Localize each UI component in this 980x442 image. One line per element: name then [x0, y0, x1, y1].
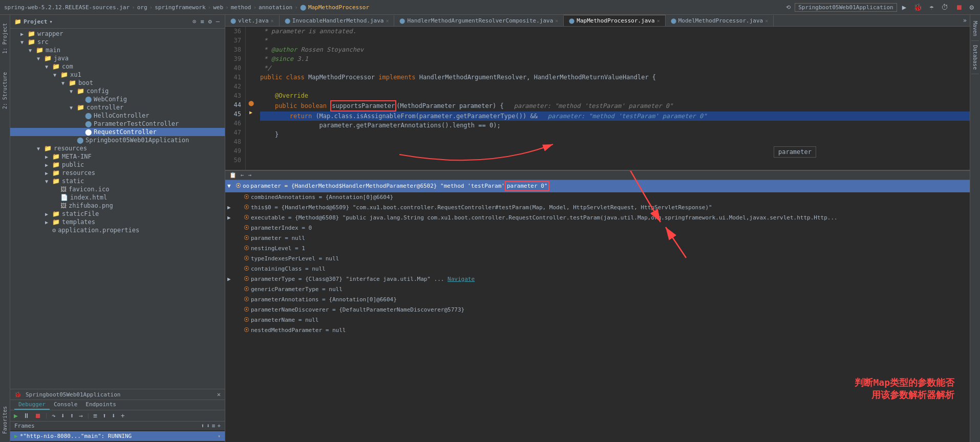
tree-item-appprops[interactable]: ▶ ⚙ application.properties — [10, 226, 225, 234]
maven-tab[interactable]: Maven — [971, 17, 979, 41]
breadcrumb-jar[interactable]: spring-web-5.2.12.RELEASE-sources.jar — [4, 4, 130, 11]
debugger-tab[interactable]: Debugger — [14, 400, 50, 410]
frames-toolbar-btn1[interactable]: ⬆ — [201, 423, 205, 429]
hide-icon[interactable]: — — [215, 17, 221, 26]
stop-btn[interactable]: ⏹ — [33, 411, 43, 420]
database-tab[interactable]: Database — [971, 41, 979, 74]
tab-vlet-close[interactable]: ✕ — [271, 18, 274, 24]
var-row-nestlevel[interactable]: ⦿ nestingLevel = 1 — [225, 244, 970, 254]
var-row-this0[interactable]: ▶ ⦿ this$0 = {HandlerMethod@6509} "com.x… — [225, 203, 970, 213]
tree-item-staticfile[interactable]: ▶ 📁 staticFile — [10, 210, 225, 218]
tree-item-java[interactable]: ▼ 📁 java — [10, 54, 225, 62]
step-over-btn[interactable]: ↷ — [50, 411, 57, 420]
resume-btn[interactable]: ▶ — [12, 411, 19, 420]
tree-item-zhifubao[interactable]: ▶ 🖼 zhifubao.png — [10, 202, 225, 210]
step-into-btn[interactable]: ⬇ — [59, 411, 67, 420]
settings-icon[interactable]: ⚙ — [207, 17, 213, 26]
tree-item-resources[interactable]: ▼ 📁 resources — [10, 144, 225, 152]
tree-item-public[interactable]: ▶ 📁 public — [10, 161, 225, 169]
frames-toolbar-btn2[interactable]: ⬇ — [206, 423, 210, 429]
var-row-parameter[interactable]: ▼ ⦿ oo parameter = {HandlerMethod$Handle… — [225, 180, 970, 192]
stop-button[interactable]: ⏹ — [953, 2, 965, 12]
tree-item-metainf[interactable]: ▶ 📁 META-INF — [10, 152, 225, 161]
breadcrumb-annotation[interactable]: annotation — [259, 4, 292, 11]
tree-item-wrapper[interactable]: ▶ 📁 wrapper — [10, 30, 225, 38]
tree-item-boot[interactable]: ▼ 📁 boot — [10, 79, 225, 87]
frames-toolbar-btn4[interactable]: + — [217, 423, 221, 429]
tree-item-index[interactable]: ▶ 📄 index.html — [10, 193, 225, 202]
tree-item-com[interactable]: ▼ 📁 com — [10, 62, 225, 71]
breadcrumb-web[interactable]: web — [213, 4, 223, 11]
coverage-button[interactable]: ☂ — [927, 2, 935, 12]
console-tab[interactable]: Console — [50, 400, 81, 410]
tree-item-paramtest[interactable]: ▶ ⬤ ParameterTestController — [10, 120, 225, 128]
breakpoint-icon[interactable]: ⬤ — [246, 100, 256, 109]
settings-button[interactable]: ⚙ — [968, 2, 976, 12]
code-content[interactable]: * parameter is annotated. * * @author Ro… — [256, 27, 970, 170]
favorites-tab[interactable]: Favorites — [1, 402, 9, 438]
breadcrumb-class[interactable]: MapMethodProcessor — [308, 4, 369, 11]
tree-item-hello[interactable]: ▶ ⬤ HelloController — [10, 112, 225, 120]
tree-item-webconfig[interactable]: ▶ ⬤ WebConfig — [10, 95, 225, 103]
tree-item-src[interactable]: ▼ 📁 src — [10, 38, 225, 46]
var-row-executable[interactable]: ▶ ⦿ executable = {Method@6508} "public j… — [225, 213, 970, 223]
var-row-nestedmethodparam[interactable]: ⦿ nestedMethodParameter = null — [225, 325, 970, 336]
tab-composite-close[interactable]: ✕ — [555, 18, 558, 24]
var-row-combined[interactable]: ⦿ combinedAnnotations = {Annotation[0]@6… — [225, 192, 970, 203]
nav-back-btn[interactable]: ⟲ — [786, 4, 791, 11]
breadcrumb-org[interactable]: org — [137, 4, 147, 11]
copy-btn[interactable]: 📋 — [229, 172, 237, 179]
tab-invocable-close[interactable]: ✕ — [386, 18, 389, 24]
var-row-paramnamediscoverer[interactable]: ⦿ parameterNameDiscoverer = {DefaultPara… — [225, 305, 970, 315]
sidebar-dropdown-icon[interactable]: ▾ — [49, 18, 53, 25]
back-btn[interactable]: ← — [241, 172, 244, 179]
var-row-genparamtype[interactable]: ⦿ genericParameterType = null — [225, 284, 970, 295]
scope-icon[interactable]: ⊙ — [191, 17, 197, 26]
var-row-paramannotations[interactable]: ⦿ parameterAnnotations = {Annotation[0]@… — [225, 295, 970, 305]
var-row-paramtype[interactable]: ▶ ⦿ parameterType = {Class@307} "interfa… — [225, 274, 970, 284]
tab-model[interactable]: ⬤ ModelMethodProcessor.java ✕ — [666, 15, 774, 26]
tab-map-close[interactable]: ✕ — [657, 18, 660, 24]
tab-map[interactable]: ⬤ MapMethodProcessor.java ✕ — [564, 15, 665, 26]
tree-item-controller[interactable]: ▼ 📁 controller — [10, 103, 225, 112]
tree-item-springbootapp[interactable]: ▶ ⬤ Springboot05Web01Application — [10, 136, 225, 144]
profile-button[interactable]: ⏱ — [939, 2, 950, 12]
tree-item-main[interactable]: ▼ 📁 main — [10, 46, 225, 54]
tree-item-favicon[interactable]: ▶ 🖼 favicon.ico — [10, 185, 225, 193]
project-tab[interactable]: 1: Project — [1, 19, 9, 58]
endpoints-tab[interactable]: Endpoints — [81, 400, 120, 410]
tree-item-request[interactable]: ▶ ⬤ RequestController — [10, 128, 225, 136]
tree-item-xu1[interactable]: ▼ 📁 xu1 — [10, 71, 225, 79]
debug-close-btn[interactable]: ✕ — [217, 391, 221, 398]
structure-tab[interactable]: 2: Structure — [1, 68, 9, 113]
tree-item-templates[interactable]: ▶ 📁 templates — [10, 218, 225, 226]
run-config-dropdown[interactable]: Springboot05Web01Application — [795, 3, 897, 12]
frame-dropdown[interactable]: ▾ — [218, 433, 221, 439]
tab-model-close[interactable]: ✕ — [765, 18, 768, 24]
var-row-containing[interactable]: ⦿ containingClass = null — [225, 264, 970, 274]
breadcrumb-springframework[interactable]: springframework — [155, 4, 205, 11]
var-row-paramidx[interactable]: ⦿ parameterIndex = 0 — [225, 223, 970, 233]
frames-toolbar-btn3[interactable]: ≡ — [212, 423, 216, 429]
forward-btn[interactable]: → — [248, 172, 252, 179]
tree-item-config[interactable]: ▼ 📁 config — [10, 87, 225, 95]
run-button[interactable]: ▶ — [900, 2, 908, 12]
pause-btn[interactable]: ⏸ — [22, 411, 31, 420]
expand-btn[interactable]: + — [119, 411, 126, 420]
step-out-btn[interactable]: ⬆ — [69, 411, 76, 420]
debug-button[interactable]: 🐞 — [911, 2, 924, 12]
tab-vlet[interactable]: ⬤ vlet.java ✕ — [225, 15, 280, 26]
tree-item-static[interactable]: ▼ 📁 static — [10, 177, 225, 185]
collapse-all-icon[interactable]: ≡ — [199, 17, 205, 26]
breadcrumb-method[interactable]: method — [231, 4, 251, 11]
frame-item-main[interactable]: ▶ *"http-nio-8080..."main": RUNNING ▾ — [10, 431, 225, 441]
var-row-typeindexes[interactable]: ⦿ typeIndexesPerLevel = null — [225, 254, 970, 264]
tab-invocable[interactable]: ⬤ InvocableHandlerMethod.java ✕ — [280, 15, 395, 26]
var-row-param-null[interactable]: ⦿ parameter = null — [225, 233, 970, 244]
tab-composite[interactable]: ⬤ HandlerMethodArgumentResolverComposite… — [394, 15, 564, 26]
var-row-paramname[interactable]: ⦿ parameterName = null — [225, 315, 970, 325]
tree-item-resources2[interactable]: ▶ 📁 resources — [10, 169, 225, 177]
tabs-overflow[interactable]: » — [960, 15, 970, 26]
run-to-cursor-btn[interactable]: → — [77, 411, 84, 420]
import-btn[interactable]: ⬇ — [110, 411, 117, 420]
